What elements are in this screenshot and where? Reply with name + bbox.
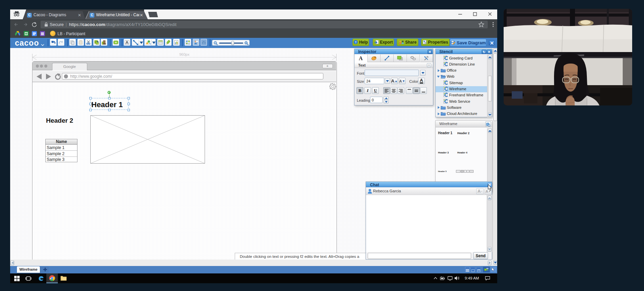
- svg-text:A: A: [125, 40, 129, 45]
- svg-text:960px: 960px: [179, 52, 189, 56]
- svg-text:?: ?: [355, 41, 356, 44]
- svg-text:A: A: [359, 55, 363, 61]
